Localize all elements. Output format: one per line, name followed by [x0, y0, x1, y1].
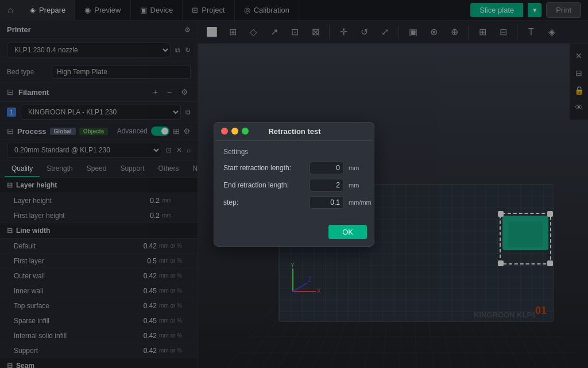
dialog-footer: OK: [214, 220, 374, 246]
dialog-titlebar: Retraction test: [214, 122, 374, 141]
dialog-title: Retraction test: [222, 127, 367, 136]
dialog-field-start: Start retraction length: mm: [223, 162, 365, 174]
step-label: step:: [223, 198, 305, 206]
dialog-settings-label: Settings: [223, 148, 365, 156]
dialog-field-end: End retraction length: mm: [223, 179, 365, 191]
end-retraction-input[interactable]: [310, 179, 344, 191]
start-retraction-label: Start retraction length:: [223, 164, 305, 172]
dialog-body: Settings Start retraction length: mm End…: [214, 141, 374, 220]
step-unit: mm/mm: [349, 199, 365, 206]
end-retraction-label: End retraction length:: [223, 181, 305, 189]
dialog-field-step: step: mm/mm: [223, 196, 365, 209]
step-input[interactable]: [310, 196, 344, 209]
start-retraction-input[interactable]: [310, 162, 344, 174]
retraction-test-dialog: Retraction test Settings Start retractio…: [214, 122, 374, 247]
end-retraction-unit: mm: [349, 182, 365, 189]
dialog-overlay: Retraction test Settings Start retractio…: [0, 0, 588, 368]
ok-button[interactable]: OK: [328, 225, 367, 239]
start-retraction-unit: mm: [349, 164, 365, 171]
